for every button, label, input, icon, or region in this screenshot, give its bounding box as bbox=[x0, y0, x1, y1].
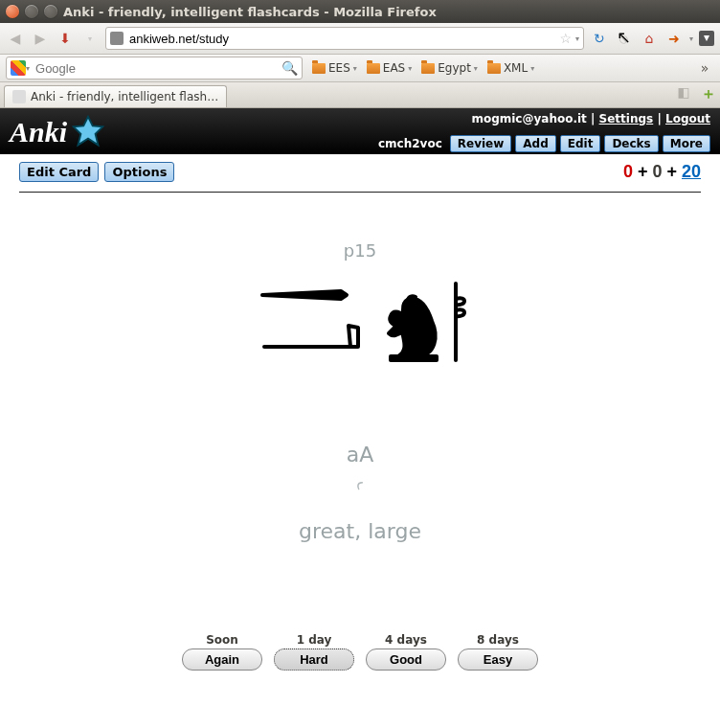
bookmark-ees[interactable]: EES▾ bbox=[312, 61, 357, 75]
deck-menu: cmch2voc Review Add Edit Decks More bbox=[378, 135, 710, 152]
count-review[interactable]: 20 bbox=[682, 162, 701, 181]
answer-good: 4 days Good bbox=[366, 633, 446, 671]
answer-time: 1 day bbox=[297, 633, 332, 647]
bookmarks-toolbar: ▾ 🔍 EES▾ EAS▾ Egypt▾ XML▾ » bbox=[0, 55, 720, 82]
card-reference: p15 bbox=[19, 240, 701, 261]
url-input[interactable] bbox=[127, 29, 555, 48]
account-links: mogmic@yahoo.it | Settings | Logout bbox=[471, 112, 710, 125]
answer-time: Soon bbox=[206, 633, 238, 647]
back-button[interactable]: ◀ bbox=[6, 31, 25, 46]
folder-icon bbox=[367, 63, 380, 74]
new-tab-button[interactable]: ＋ bbox=[701, 84, 716, 104]
toolbar-extra-button[interactable]: ▾ bbox=[699, 31, 714, 46]
count-learn: 0 bbox=[652, 162, 662, 181]
favicon-icon bbox=[12, 90, 26, 103]
page-content: Anki mogmic@yahoo.it | Settings | Logout… bbox=[0, 108, 720, 728]
answer-easy: 8 days Easy bbox=[458, 633, 538, 671]
hieroglyph-image bbox=[19, 278, 701, 366]
review-button[interactable]: Review bbox=[450, 135, 512, 152]
flashcard: p15 aA ꜥ great, large bbox=[19, 193, 701, 624]
search-icon[interactable]: 🔍 bbox=[281, 60, 298, 76]
window-title: Anki - friendly, intelligent flashcards … bbox=[63, 5, 437, 19]
navigation-toolbar: ◀ ▶ ⬇ ▾ ☆ ▾ ↻ ⦸ ⌂ ➜ ▾ ▾ bbox=[0, 23, 720, 55]
window-close-button[interactable] bbox=[6, 5, 19, 18]
more-button[interactable]: More bbox=[663, 135, 710, 152]
search-engine-dropdown[interactable]: ▾ bbox=[26, 64, 30, 73]
answer-time: 8 days bbox=[477, 633, 519, 647]
reload-button[interactable]: ↻ bbox=[590, 31, 609, 46]
card-transliteration: aA bbox=[19, 443, 701, 466]
site-identity-icon[interactable] bbox=[110, 32, 124, 45]
good-button[interactable]: Good bbox=[366, 648, 446, 671]
due-counts: 0 + 0 + 20 bbox=[623, 162, 701, 182]
answer-time: 4 days bbox=[385, 633, 427, 647]
options-button[interactable]: Options bbox=[104, 162, 174, 182]
anki-header: Anki mogmic@yahoo.it | Settings | Logout… bbox=[0, 108, 720, 154]
deck-name: cmch2voc bbox=[378, 137, 442, 150]
bookmark-eas[interactable]: EAS▾ bbox=[367, 61, 412, 75]
window-maximize-button[interactable] bbox=[44, 5, 57, 18]
settings-link[interactable]: Settings bbox=[599, 112, 654, 125]
window-minimize-button[interactable] bbox=[25, 5, 38, 18]
hard-button[interactable]: Hard bbox=[274, 648, 354, 671]
tab-anki[interactable]: Anki - friendly, intelligent flash… bbox=[4, 85, 227, 107]
downloads-menu[interactable]: ▾ bbox=[80, 34, 100, 43]
study-toolbar: Edit Card Options 0 + 0 + 20 bbox=[19, 162, 701, 182]
tab-bar: Anki - friendly, intelligent flash… ◧ ＋ bbox=[0, 82, 720, 108]
folder-icon bbox=[421, 63, 435, 74]
stop-button: ⦸ bbox=[615, 31, 634, 47]
bookmarks-chevron-icon[interactable]: » bbox=[695, 60, 714, 76]
easy-button[interactable]: Easy bbox=[458, 648, 538, 671]
edit-card-button[interactable]: Edit Card bbox=[19, 162, 99, 182]
feeds-button[interactable]: ➜ bbox=[664, 31, 684, 46]
add-button[interactable]: Add bbox=[515, 135, 555, 152]
again-button[interactable]: Again bbox=[182, 648, 262, 671]
folder-icon bbox=[487, 63, 501, 74]
search-input[interactable] bbox=[34, 60, 278, 77]
anki-logo[interactable]: Anki bbox=[10, 114, 107, 150]
account-email: mogmic@yahoo.it bbox=[471, 112, 586, 125]
card-extra: ꜥ bbox=[19, 476, 701, 494]
downloads-button[interactable]: ⬇ bbox=[56, 31, 75, 46]
answer-row: Soon Again 1 day Hard 4 days Good 8 days… bbox=[19, 633, 701, 671]
home-button[interactable]: ⌂ bbox=[640, 31, 659, 46]
bookmark-star-icon[interactable]: ☆ bbox=[559, 31, 572, 46]
bookmark-egypt[interactable]: Egypt▾ bbox=[421, 61, 478, 75]
edit-button[interactable]: Edit bbox=[560, 135, 601, 152]
search-box[interactable]: ▾ 🔍 bbox=[6, 57, 303, 80]
bookmark-xml[interactable]: XML▾ bbox=[487, 61, 534, 75]
anki-star-icon bbox=[69, 114, 107, 150]
study-page: Edit Card Options 0 + 0 + 20 p15 bbox=[0, 154, 720, 678]
tab-title: Anki - friendly, intelligent flash… bbox=[31, 90, 218, 103]
titlebar: Anki - friendly, intelligent flashcards … bbox=[0, 0, 720, 23]
url-history-dropdown[interactable]: ▾ bbox=[575, 34, 579, 43]
tab-groups-button[interactable]: ◧ bbox=[674, 84, 693, 104]
folder-icon bbox=[312, 63, 326, 74]
window: ↖ Anki - friendly, intelligent flashcard… bbox=[0, 0, 720, 728]
count-new: 0 bbox=[623, 162, 633, 181]
answer-hard: 1 day Hard bbox=[274, 633, 354, 671]
logout-link[interactable]: Logout bbox=[665, 112, 710, 125]
url-bar[interactable]: ☆ ▾ bbox=[105, 27, 584, 50]
answer-again: Soon Again bbox=[182, 633, 262, 671]
decks-button[interactable]: Decks bbox=[604, 135, 658, 152]
feeds-menu[interactable]: ▾ bbox=[689, 34, 693, 43]
google-icon bbox=[11, 60, 26, 76]
card-meaning: great, large bbox=[19, 519, 701, 543]
forward-button[interactable]: ▶ bbox=[31, 31, 50, 46]
